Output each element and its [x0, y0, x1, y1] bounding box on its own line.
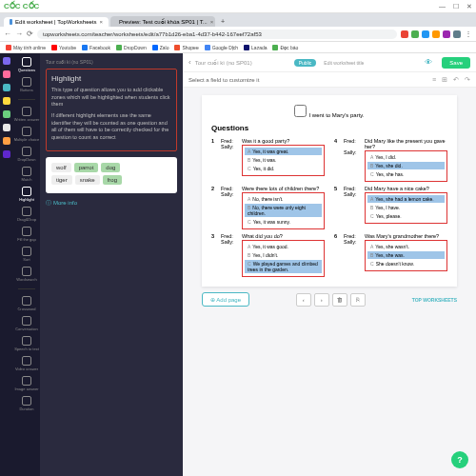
edit-title-link[interactable]: Edit worksheet title [324, 60, 364, 66]
rail-icon[interactable] [3, 97, 10, 105]
ext-icon[interactable] [443, 30, 450, 38]
options-box: ANo, there isn't.BNo, there were only ei… [242, 192, 325, 229]
rail-icon[interactable] [3, 84, 10, 91]
qtype-icon [22, 207, 31, 216]
delete-page-button[interactable]: 🗑 [332, 293, 347, 307]
redo-icon[interactable]: ↷ [465, 76, 470, 84]
answer-option[interactable]: AYes, it was great. [245, 148, 322, 155]
qtype-crossword[interactable]: Crossword [17, 296, 35, 311]
answer-option[interactable]: CWe played games and climbed trees in th… [245, 260, 322, 273]
visibility-badge[interactable]: Public [294, 59, 317, 67]
tab-2[interactable]: Preview: Test cuối khóa SP01 | T...× [110, 16, 215, 27]
bookmark[interactable]: Shopee [174, 45, 198, 50]
bookmark[interactable]: Máy tính online [6, 45, 46, 50]
qtype-fill-the-gap[interactable]: Fill the gap [17, 227, 36, 242]
qtype-duration[interactable]: Duration [19, 396, 33, 411]
qtype-dropdown[interactable]: DropDown [18, 147, 36, 162]
qtype-sort[interactable]: Sort [22, 247, 31, 262]
answer-option[interactable]: BYes, I didn't. [245, 251, 322, 259]
ext-icon[interactable] [401, 30, 408, 38]
bookmark[interactable]: Youtube [51, 45, 76, 50]
close-icon[interactable]: × [99, 19, 103, 25]
qtype-wordsearch[interactable]: Wordsearch [16, 267, 37, 282]
chip[interactable]: dog [101, 163, 120, 172]
reload-button[interactable]: ⟳ [27, 30, 33, 38]
answer-option[interactable]: BYes, she was. [367, 251, 445, 259]
answer-option[interactable]: AYes, she had a lemon cake. [367, 195, 445, 203]
qtype-image-answer[interactable]: Image answer [14, 376, 38, 391]
answer-option[interactable]: AYes, she wasn't. [367, 243, 445, 250]
back-arrow-icon[interactable]: ‹ [188, 58, 191, 67]
prev-page-button[interactable]: ‹ [296, 293, 311, 307]
panel-desc: This type of question allows you to add … [51, 87, 171, 109]
bookmark[interactable]: Lazada [244, 45, 267, 50]
chip[interactable]: tiger [51, 175, 72, 185]
chip[interactable]: snake [75, 175, 100, 185]
breadcrumb: Tour cuối kì (no SP01) [46, 59, 177, 65]
rail-icon[interactable] [3, 137, 10, 145]
bookmark[interactable]: Facebook [82, 45, 110, 50]
checkbox[interactable] [294, 105, 307, 117]
chip[interactable]: wolf [51, 163, 71, 172]
qtype-written-answer[interactable]: Written answer [14, 107, 40, 122]
rail-icon[interactable] [3, 124, 10, 131]
qtype-icon [22, 316, 31, 326]
rail-icon[interactable] [3, 150, 10, 158]
menu-button[interactable]: ⋮ [465, 30, 472, 38]
bookmark[interactable]: Zalo [152, 45, 169, 50]
rail-icon[interactable] [3, 57, 10, 65]
more-info-link[interactable]: ⓘMore info [46, 199, 177, 208]
qtype-highlight[interactable]: Highlight [19, 187, 34, 202]
ext-icon[interactable] [432, 30, 440, 38]
tab-1[interactable]: Edit worksheet | TopWorksheets× [4, 17, 109, 27]
chip[interactable]: parrot [74, 163, 99, 172]
close-icon[interactable]: × [210, 19, 214, 25]
qtype-video-answer[interactable]: Video answer [15, 356, 38, 371]
ext-icon[interactable] [411, 30, 419, 38]
qtype-match[interactable]: Match [22, 167, 32, 182]
qtype-questions[interactable]: Questions [18, 57, 35, 72]
address-bar[interactable]: topworksheets.com/teacher/worksheets/edi… [37, 30, 397, 39]
chip[interactable]: frog [103, 175, 122, 185]
answer-option[interactable]: AYes, it was good. [245, 243, 322, 250]
answer-option[interactable]: BYes, I have. [367, 204, 445, 211]
rail-icon[interactable] [3, 110, 10, 118]
qtype-drag-drop[interactable]: Drag&Drop [17, 207, 36, 222]
maximize-button[interactable]: ☐ [453, 3, 459, 10]
close-button[interactable]: ✕ [466, 3, 472, 10]
bookmark[interactable]: Google Dịch [205, 45, 238, 50]
answer-option[interactable]: CYes, it was sunny. [245, 218, 322, 226]
answer-option[interactable]: CYes, it did. [245, 165, 322, 172]
answer-option[interactable]: AYes, I did. [367, 153, 445, 161]
qtype-buttons[interactable]: Buttons [20, 77, 33, 92]
qtype-multiple-choice[interactable]: Multiple choice [14, 127, 39, 142]
bookmark[interactable]: Đọc báo [272, 45, 298, 50]
bookmark[interactable]: DropDown [116, 45, 147, 50]
grid-icon[interactable]: ⊞ [442, 76, 447, 84]
add-page-button[interactable]: ⊕ Add page [202, 292, 249, 307]
qtype-speech-to-text[interactable]: Speech to text [14, 336, 39, 351]
worksheet-page[interactable]: I went to Mary's party. Questions 1Fred:… [202, 95, 457, 287]
ext-icon[interactable] [453, 30, 461, 38]
duplicate-page-button[interactable]: ⎘ [350, 293, 366, 307]
rail-icon[interactable] [3, 70, 10, 78]
save-button[interactable]: Save [442, 57, 470, 69]
answer-option[interactable]: ANo, there isn't. [245, 195, 322, 203]
align-icon[interactable]: ≡ [432, 76, 436, 84]
undo-icon[interactable]: ↶ [453, 76, 459, 84]
new-tab-button[interactable]: + [217, 16, 228, 27]
answer-option[interactable]: BNo, there were only eight children. [245, 204, 322, 217]
answer-option[interactable]: BYes, she did. [367, 162, 445, 169]
ext-icon[interactable] [422, 30, 429, 38]
preview-icon[interactable]: 👁 [425, 58, 432, 67]
help-button[interactable]: ? [451, 451, 468, 468]
answer-option[interactable]: CYes, please. [367, 212, 445, 220]
minimize-button[interactable]: — [439, 3, 446, 10]
next-page-button[interactable]: › [314, 293, 329, 307]
answer-option[interactable]: BYes, it was. [245, 156, 322, 164]
answer-option[interactable]: CYes, she has. [367, 170, 445, 178]
answer-option[interactable]: CShe doesn't know. [367, 260, 445, 268]
qtype-conversation[interactable]: Conversation [15, 316, 38, 331]
forward-button[interactable]: → [15, 30, 23, 38]
back-button[interactable]: ← [4, 30, 11, 38]
